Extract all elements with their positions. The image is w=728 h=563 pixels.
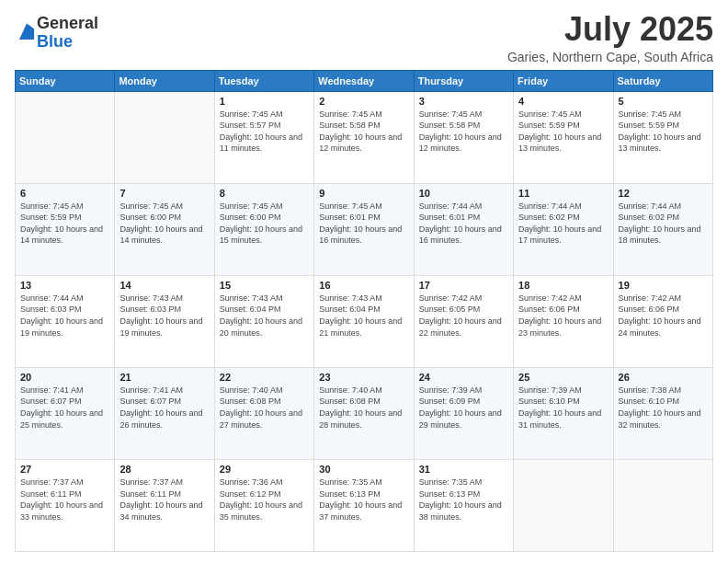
day-info: Sunrise: 7:35 AM Sunset: 6:13 PM Dayligh… <box>319 477 408 523</box>
day-cell: 1Sunrise: 7:45 AM Sunset: 5:57 PM Daylig… <box>214 91 313 183</box>
day-number: 29 <box>220 464 309 475</box>
day-number: 10 <box>419 188 508 199</box>
day-number: 9 <box>319 188 408 199</box>
col-thursday: Thursday <box>414 70 513 91</box>
day-info: Sunrise: 7:44 AM Sunset: 6:01 PM Dayligh… <box>419 201 508 247</box>
day-number: 18 <box>518 280 608 291</box>
day-cell: 24Sunrise: 7:39 AM Sunset: 6:09 PM Dayli… <box>414 367 513 459</box>
day-cell: 19Sunrise: 7:42 AM Sunset: 6:06 PM Dayli… <box>613 275 712 367</box>
calendar-table: Sunday Monday Tuesday Wednesday Thursday… <box>15 70 713 552</box>
week-row-1: 1Sunrise: 7:45 AM Sunset: 5:57 PM Daylig… <box>16 91 713 183</box>
day-info: Sunrise: 7:37 AM Sunset: 6:11 PM Dayligh… <box>20 477 109 523</box>
day-info: Sunrise: 7:45 AM Sunset: 5:58 PM Dayligh… <box>319 109 408 155</box>
col-monday: Monday <box>115 70 214 91</box>
day-info: Sunrise: 7:42 AM Sunset: 6:05 PM Dayligh… <box>419 293 508 339</box>
day-cell: 21Sunrise: 7:41 AM Sunset: 6:07 PM Dayli… <box>115 367 214 459</box>
day-number: 27 <box>20 464 109 475</box>
day-info: Sunrise: 7:37 AM Sunset: 6:11 PM Dayligh… <box>119 477 209 523</box>
day-info: Sunrise: 7:45 AM Sunset: 6:00 PM Dayligh… <box>220 201 309 247</box>
col-sunday: Sunday <box>16 70 115 91</box>
day-cell: 22Sunrise: 7:40 AM Sunset: 6:08 PM Dayli… <box>214 367 313 459</box>
day-cell: 11Sunrise: 7:44 AM Sunset: 6:02 PM Dayli… <box>514 183 613 275</box>
week-row-4: 20Sunrise: 7:41 AM Sunset: 6:07 PM Dayli… <box>16 367 713 459</box>
day-number: 24 <box>419 372 508 383</box>
page: General Blue July 2025 Garies, Northern … <box>0 0 728 563</box>
day-cell: 3Sunrise: 7:45 AM Sunset: 5:58 PM Daylig… <box>414 91 513 183</box>
header-row: Sunday Monday Tuesday Wednesday Thursday… <box>16 70 713 91</box>
day-cell: 2Sunrise: 7:45 AM Sunset: 5:58 PM Daylig… <box>314 91 414 183</box>
day-number: 19 <box>619 280 708 291</box>
day-info: Sunrise: 7:36 AM Sunset: 6:12 PM Dayligh… <box>220 477 309 523</box>
day-cell: 14Sunrise: 7:43 AM Sunset: 6:03 PM Dayli… <box>115 275 214 367</box>
day-number: 20 <box>20 372 109 383</box>
day-info: Sunrise: 7:45 AM Sunset: 5:58 PM Dayligh… <box>419 109 508 155</box>
day-cell: 31Sunrise: 7:35 AM Sunset: 6:13 PM Dayli… <box>414 459 513 551</box>
week-row-5: 27Sunrise: 7:37 AM Sunset: 6:11 PM Dayli… <box>16 459 713 551</box>
col-friday: Friday <box>514 70 613 91</box>
calendar-title: July 2025 <box>507 11 713 48</box>
day-cell: 20Sunrise: 7:41 AM Sunset: 6:07 PM Dayli… <box>16 367 115 459</box>
day-cell: 29Sunrise: 7:36 AM Sunset: 6:12 PM Dayli… <box>214 459 313 551</box>
day-info: Sunrise: 7:45 AM Sunset: 5:59 PM Dayligh… <box>619 109 708 155</box>
day-info: Sunrise: 7:45 AM Sunset: 6:01 PM Dayligh… <box>319 201 408 247</box>
day-info: Sunrise: 7:44 AM Sunset: 6:03 PM Dayligh… <box>20 293 109 339</box>
day-number: 23 <box>319 372 408 383</box>
logo-blue-text: Blue <box>37 32 73 51</box>
col-wednesday: Wednesday <box>314 70 414 91</box>
day-info: Sunrise: 7:42 AM Sunset: 6:06 PM Dayligh… <box>518 293 608 339</box>
day-cell: 16Sunrise: 7:43 AM Sunset: 6:04 PM Dayli… <box>314 275 414 367</box>
day-cell: 5Sunrise: 7:45 AM Sunset: 5:59 PM Daylig… <box>613 91 712 183</box>
day-cell <box>16 91 115 183</box>
day-number: 13 <box>20 280 109 291</box>
day-number: 3 <box>419 96 508 107</box>
day-number: 26 <box>619 372 708 383</box>
calendar-subtitle: Garies, Northern Cape, South Africa <box>507 50 713 64</box>
header: General Blue July 2025 Garies, Northern … <box>15 11 713 64</box>
day-info: Sunrise: 7:41 AM Sunset: 6:07 PM Dayligh… <box>119 385 209 431</box>
logo-icon <box>17 22 37 42</box>
logo-general-text: General <box>37 14 98 32</box>
day-cell: 12Sunrise: 7:44 AM Sunset: 6:02 PM Dayli… <box>613 183 712 275</box>
day-number: 17 <box>419 280 508 291</box>
day-info: Sunrise: 7:43 AM Sunset: 6:03 PM Dayligh… <box>119 293 209 339</box>
day-info: Sunrise: 7:41 AM Sunset: 6:07 PM Dayligh… <box>20 385 109 431</box>
day-number: 2 <box>319 96 408 107</box>
day-number: 7 <box>119 188 209 199</box>
day-number: 14 <box>119 280 209 291</box>
day-cell: 9Sunrise: 7:45 AM Sunset: 6:01 PM Daylig… <box>314 183 414 275</box>
day-cell: 27Sunrise: 7:37 AM Sunset: 6:11 PM Dayli… <box>16 459 115 551</box>
day-cell: 30Sunrise: 7:35 AM Sunset: 6:13 PM Dayli… <box>314 459 414 551</box>
logo: General Blue <box>15 15 98 52</box>
day-info: Sunrise: 7:43 AM Sunset: 6:04 PM Dayligh… <box>220 293 309 339</box>
col-tuesday: Tuesday <box>214 70 313 91</box>
day-cell <box>514 459 613 551</box>
day-number: 12 <box>619 188 708 199</box>
day-cell: 23Sunrise: 7:40 AM Sunset: 6:08 PM Dayli… <box>314 367 414 459</box>
day-info: Sunrise: 7:45 AM Sunset: 5:59 PM Dayligh… <box>20 201 109 247</box>
day-number: 31 <box>419 464 508 475</box>
day-number: 5 <box>619 96 708 107</box>
day-cell: 10Sunrise: 7:44 AM Sunset: 6:01 PM Dayli… <box>414 183 513 275</box>
day-cell <box>115 91 214 183</box>
day-number: 16 <box>319 280 408 291</box>
day-cell: 28Sunrise: 7:37 AM Sunset: 6:11 PM Dayli… <box>115 459 214 551</box>
day-info: Sunrise: 7:39 AM Sunset: 6:09 PM Dayligh… <box>419 385 508 431</box>
day-number: 11 <box>518 188 608 199</box>
day-info: Sunrise: 7:44 AM Sunset: 6:02 PM Dayligh… <box>619 201 708 247</box>
day-cell: 15Sunrise: 7:43 AM Sunset: 6:04 PM Dayli… <box>214 275 313 367</box>
col-saturday: Saturday <box>613 70 712 91</box>
day-cell: 7Sunrise: 7:45 AM Sunset: 6:00 PM Daylig… <box>115 183 214 275</box>
day-cell: 18Sunrise: 7:42 AM Sunset: 6:06 PM Dayli… <box>514 275 613 367</box>
day-cell: 26Sunrise: 7:38 AM Sunset: 6:10 PM Dayli… <box>613 367 712 459</box>
day-info: Sunrise: 7:45 AM Sunset: 5:57 PM Dayligh… <box>220 109 309 155</box>
day-number: 15 <box>220 280 309 291</box>
day-info: Sunrise: 7:38 AM Sunset: 6:10 PM Dayligh… <box>619 385 708 431</box>
day-cell: 6Sunrise: 7:45 AM Sunset: 5:59 PM Daylig… <box>16 183 115 275</box>
day-cell: 17Sunrise: 7:42 AM Sunset: 6:05 PM Dayli… <box>414 275 513 367</box>
day-info: Sunrise: 7:45 AM Sunset: 5:59 PM Dayligh… <box>518 109 608 155</box>
day-number: 6 <box>20 188 109 199</box>
day-info: Sunrise: 7:39 AM Sunset: 6:10 PM Dayligh… <box>518 385 608 431</box>
day-info: Sunrise: 7:43 AM Sunset: 6:04 PM Dayligh… <box>319 293 408 339</box>
day-info: Sunrise: 7:45 AM Sunset: 6:00 PM Dayligh… <box>119 201 209 247</box>
day-cell <box>613 459 712 551</box>
